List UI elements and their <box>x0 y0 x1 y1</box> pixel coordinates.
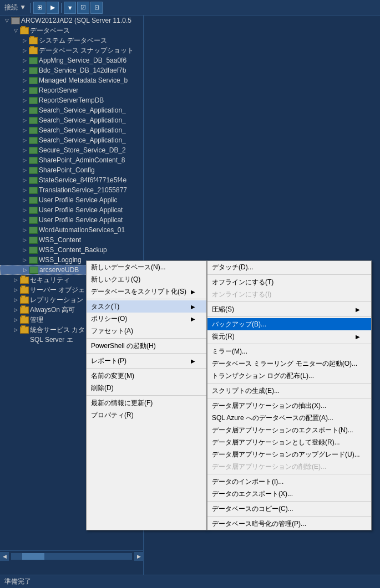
server-icon <box>11 17 20 24</box>
expand-icon: ▷ <box>20 36 29 45</box>
expand-icon: ▷ <box>20 246 29 254</box>
expand-icon: ▷ <box>20 76 29 85</box>
list-item[interactable]: ▷ AppMng_Service_DB_5aa0f6 <box>0 55 143 65</box>
menu-item-facet[interactable]: ファセット(A) <box>87 325 206 337</box>
db-icon <box>29 137 38 144</box>
menu-item-deploy-sql-azure[interactable]: SQL Azure へのデータベースの配置(A)... <box>207 412 371 424</box>
toolbar-btn-2[interactable]: ▶ <box>47 2 59 14</box>
menu-item-mirror[interactable]: ミラー(M)... <box>207 345 371 357</box>
list-item[interactable]: ▷ ReportServer <box>0 85 143 95</box>
folder-icon <box>20 306 29 314</box>
arrow-icon: ▶ <box>191 304 195 310</box>
expand-icon: ▷ <box>20 196 29 204</box>
toolbar-btn-4[interactable]: ☑ <box>77 2 89 14</box>
list-item[interactable]: ▷ StateService_84f6f4771e5f4e <box>0 175 143 185</box>
list-item[interactable]: ▷ WordAutomationServices_01 <box>0 225 143 235</box>
connect-button[interactable]: 接続 ▼ <box>2 3 28 12</box>
context-menu-tasks: デタッチ(D)... オフラインにする(T) オンラインにする(I) 圧縮(S)… <box>207 260 372 530</box>
menu-item-refresh[interactable]: 最新の情報に更新(F) <box>87 397 206 409</box>
expand-icon: ▷ <box>20 176 29 185</box>
menu-item-log-shipping[interactable]: トランザクション ログの配布(L)... <box>207 370 371 382</box>
item-label: Search_Service_Application_ <box>39 126 126 134</box>
folder-icon <box>20 287 29 294</box>
arrow-icon: ▶ <box>191 289 195 295</box>
menu-separator <box>207 398 371 398</box>
list-item[interactable]: ▷ Search_Service_Application_ <box>0 115 143 125</box>
status-bar: 準備完了 <box>0 575 380 588</box>
menu-item-upgrade-data-tier[interactable]: データ層アプリケーションのアップグレード(U)... <box>207 448 371 461</box>
list-item[interactable]: ▷ Managed Metadata Service_b <box>0 75 143 85</box>
db-icon <box>29 117 38 124</box>
db-icon <box>29 157 38 164</box>
menu-separator <box>87 353 206 354</box>
list-item[interactable]: ▷ ReportServerTempDB <box>0 95 143 105</box>
menu-item-manage-encryption[interactable]: データベース暗号化の管理(P)... <box>207 518 371 530</box>
item-label: WSS_Content_Backup <box>39 246 107 254</box>
databases-folder[interactable]: ▽ データベース <box>0 25 143 35</box>
menu-item-import-data[interactable]: データのインポート(I)... <box>207 475 371 488</box>
item-label: WSS_Logging <box>39 256 82 264</box>
list-item[interactable]: ▷ Search_Service_Application_ <box>0 125 143 135</box>
list-item[interactable]: ▷ User Profile Service Applicat <box>0 205 143 215</box>
menu-item-delete-data-tier[interactable]: データ層アプリケーションの削除(E)... <box>207 461 371 473</box>
server-node[interactable]: ▽ ARCW2012JAD2 (SQL Server 11.0.5 <box>0 16 143 25</box>
toolbar-btn-3[interactable]: ▼ <box>64 2 76 14</box>
toolbar-btn-5[interactable]: ⊡ <box>90 2 103 14</box>
menu-item-properties[interactable]: プロパティ(R) <box>87 409 206 421</box>
menu-separator <box>207 301 371 302</box>
list-item[interactable]: ▷ システム データベース <box>0 35 143 45</box>
scroll-left-btn[interactable]: ◀ <box>0 552 9 561</box>
menu-item-offline[interactable]: オフラインにする(T) <box>207 276 371 288</box>
expand-icon: ▷ <box>20 216 29 224</box>
item-label: Search_Service_Application_ <box>39 136 126 144</box>
menu-item-script-db[interactable]: データベースをスクリプト化(S) ▶ <box>87 285 206 298</box>
menu-item-reports[interactable]: レポート(P) ▶ <box>87 355 206 367</box>
menu-item-policy[interactable]: ポリシー(O) ▶ <box>87 313 206 325</box>
horizontal-scrollbar[interactable]: ◀ ▶ <box>0 550 143 561</box>
databases-label: データベース <box>30 26 70 35</box>
item-label: システム データベース <box>39 36 107 45</box>
list-item[interactable]: ▷ TranslationService_21055877 <box>0 185 143 195</box>
list-item[interactable]: ▷ データベース スナップショット <box>0 45 143 55</box>
menu-item-export-data[interactable]: データのエクスポート(X)... <box>207 488 371 500</box>
menu-item-mirror-monitor[interactable]: データベース ミラーリング モニターの起動(O)... <box>207 357 371 370</box>
menu-item-new-query[interactable]: 新しいクエリ(Q) <box>87 273 206 285</box>
menu-item-new-database[interactable]: 新しいデータベース(N)... <box>87 261 206 273</box>
menu-item-register-data-tier[interactable]: データ層アプリケーションとして登録(R)... <box>207 436 371 448</box>
list-item[interactable]: ▷ WSS_Content <box>0 235 143 245</box>
list-item[interactable]: ▷ User Profile Service Applicat <box>0 215 143 225</box>
item-label: SQL Server エ <box>30 335 73 345</box>
menu-item-extract-data-tier[interactable]: データ層アプリケーションの抽出(X)... <box>207 400 371 412</box>
db-icon <box>29 267 38 274</box>
list-item[interactable]: ▷ SharePoint_Config <box>0 165 143 175</box>
list-item[interactable]: ▷ Search_Service_Application_ <box>0 135 143 145</box>
scroll-right-btn[interactable]: ▶ <box>134 552 143 561</box>
list-item[interactable]: ▷ Search_Service_Application_ <box>0 105 143 115</box>
list-item[interactable]: ▷ Bdc_Service_DB_142dfaef7b <box>0 65 143 75</box>
menu-item-backup[interactable]: バックアップ(B)... <box>207 318 371 330</box>
menu-item-export-data-tier[interactable]: データ層アプリケーションのエクスポート(N)... <box>207 424 371 436</box>
menu-item-rename[interactable]: 名前の変更(M) <box>87 370 206 382</box>
scroll-thumb[interactable] <box>22 553 44 560</box>
expand-icon: ▷ <box>20 156 29 165</box>
menu-item-tasks[interactable]: タスク(T) ▶ <box>87 300 206 313</box>
menu-item-restore[interactable]: 復元(R) ▶ <box>207 330 371 342</box>
menu-item-powershell[interactable]: PowerShell の起動(H) <box>87 340 206 352</box>
menu-item-generate-scripts[interactable]: スクリプトの生成(E)... <box>207 385 371 397</box>
list-item[interactable]: ▷ SharePoint_AdminContent_8 <box>0 155 143 165</box>
menu-item-detach[interactable]: デタッチ(D)... <box>207 261 371 273</box>
menu-item-online[interactable]: オンラインにする(I) <box>207 288 371 300</box>
list-item[interactable]: ▷ Secure_Store_Service_DB_2 <box>0 145 143 155</box>
menu-separator <box>87 395 206 396</box>
menu-item-shrink[interactable]: 圧縮(S) ▶ <box>207 303 371 315</box>
item-label: Secure_Store_Service_DB_2 <box>39 146 126 154</box>
status-text: 準備完了 <box>4 577 31 586</box>
list-item[interactable]: ▷ WSS_Content_Backup <box>0 245 143 255</box>
item-label: User Profile Service Applic <box>39 196 117 204</box>
menu-item-copy-db[interactable]: データベースのコピー(C)... <box>207 503 371 515</box>
toolbar-btn-1[interactable]: ⊞ <box>33 2 45 14</box>
list-item[interactable]: ▷ User Profile Service Applic <box>0 195 143 205</box>
menu-separator <box>207 501 371 502</box>
item-label: WSS_Content <box>39 236 81 244</box>
menu-item-delete[interactable]: 削除(D) <box>87 382 206 394</box>
